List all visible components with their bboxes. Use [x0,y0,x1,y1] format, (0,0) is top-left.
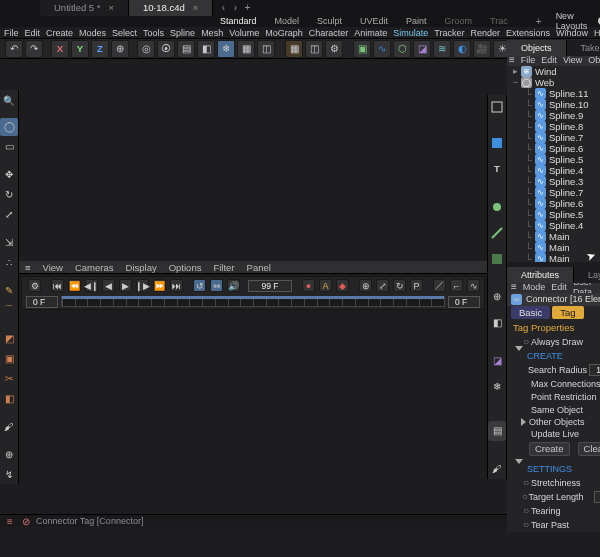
world-axis-icon[interactable]: ⊕ [111,40,129,58]
tree-expand-icon[interactable]: − [511,76,520,88]
other-objects-expand-icon[interactable] [521,418,526,426]
tl-key-scl-icon[interactable]: ⤢ [376,279,389,292]
status-warning-icon[interactable]: ≡ [4,515,16,527]
object-name[interactable]: Main [549,231,600,242]
object-name[interactable]: Wind [535,66,600,77]
tree-expand-icon[interactable]: ▸ [511,66,520,78]
asset-mode-icon[interactable]: ▤ [488,421,506,441]
menu-item[interactable]: Animate [354,28,387,38]
snap-icon[interactable]: ❄ [488,377,506,397]
objects-menu-item[interactable]: Object [588,55,600,65]
object-row[interactable]: └∿Spline.5✓ [507,209,600,220]
edge-mode-icon[interactable] [488,223,506,243]
layout-plus-icon[interactable]: + [536,15,542,27]
object-name[interactable]: Spline.5 [549,209,600,220]
tl-autokey-icon[interactable]: A [319,279,332,292]
objects-menu-item[interactable]: File [521,55,536,65]
search-icon[interactable]: 🔍 [0,92,18,110]
snap-mode-icon[interactable]: ◎ [137,40,155,58]
layout-item[interactable]: Model [275,16,300,26]
object-name[interactable]: Spline.11 [549,88,600,99]
object-row[interactable]: ▸≋Wind✓ [507,66,600,77]
attr-menu-mode[interactable]: Mode [523,282,546,292]
reset-psr-icon[interactable]: ↯ [0,466,18,484]
tl-options-icon[interactable]: ⚙ [28,279,41,292]
object-tree[interactable]: ▸≋Wind✓−◯Web✓└∿Spline.11✓└∿Spline.10✓└∿S… [507,66,600,262]
deformer-icon[interactable]: ◪ [413,40,431,58]
tl-loop-icon[interactable]: ↺ [193,279,206,292]
objects-tab[interactable]: Objects [507,40,567,56]
doc-tab[interactable]: Untitled 5 *× [40,0,129,16]
menu-item[interactable]: Tracker [434,28,464,38]
axis-mode-icon[interactable]: ⊕ [488,287,506,307]
object-row[interactable]: └∿Spline.7✓ [507,187,600,198]
tlen-anim-icon[interactable]: ○ [521,491,528,503]
undo-icon[interactable]: ↶ [5,40,23,58]
object-row[interactable]: └∿Spline.11✓ [507,88,600,99]
text-mode-icon[interactable]: T [488,159,506,179]
render-view-icon[interactable]: ▦ [285,40,303,58]
menu-item[interactable]: Edit [25,28,41,38]
layout-item[interactable]: Trac [490,16,508,26]
make-editable-icon[interactable] [488,97,506,117]
menu-item[interactable]: File [4,28,19,38]
tl-frame-field[interactable]: 99 F [248,280,292,292]
layout-item[interactable]: Standard [220,16,257,26]
tl-linear-icon[interactable]: ／ [433,279,446,292]
rect-select-icon[interactable]: ▭ [0,138,18,156]
knife-icon[interactable]: ✂ [0,370,18,388]
tl-keyframe-icon[interactable]: ◆ [336,279,349,292]
axis-center-icon[interactable]: ⊕ [0,446,18,464]
scale-tool-icon[interactable]: ⤢ [0,206,18,224]
object-row[interactable]: └∿Spline.7✓ [507,132,600,143]
attr-tab-basic[interactable]: Basic [511,306,550,319]
menu-item[interactable]: Volume [229,28,259,38]
objects-tab[interactable]: Takes [567,40,600,56]
tl-key-param-icon[interactable]: P [410,279,423,292]
tl-play-fwd-icon[interactable]: ▶ [119,279,132,292]
tl-step-back-icon[interactable]: ◀❙ [85,279,98,292]
xray-icon[interactable]: ◪ [488,351,506,371]
primitive-cube-icon[interactable]: ▣ [353,40,371,58]
tl-step-back-key-icon[interactable]: ⏪ [68,279,81,292]
attributes-tab[interactable]: Layers [574,267,600,283]
scene-icon[interactable]: ◐ [453,40,471,58]
place-tool-icon[interactable]: ⇲ [0,234,18,252]
object-name[interactable]: Spline.6 [549,143,600,154]
object-name[interactable]: Spline.5 [549,154,600,165]
viewport-menu-item[interactable]: Options [163,262,208,273]
viewport-menu-item[interactable]: View [37,262,69,273]
object-name[interactable]: Spline.7 [549,132,600,143]
poly-mode-icon[interactable] [488,249,506,269]
create-section-header[interactable]: CREATE [507,349,600,363]
tl-to-end-icon[interactable]: ⏭ [170,279,183,292]
tl-key-rot-icon[interactable]: ↻ [393,279,406,292]
close-icon[interactable]: × [108,2,114,13]
live-selection-icon[interactable]: ◯ [0,118,18,136]
menu-item[interactable]: Extensions [506,28,550,38]
object-name[interactable]: Web [535,77,600,88]
menu-item[interactable]: Mesh [201,28,223,38]
viewport-solo-icon[interactable]: ◧ [488,313,506,333]
add-tab-icon[interactable]: + [241,2,253,14]
object-name[interactable]: Spline.6 [549,198,600,209]
clear-button[interactable]: Clear [578,442,600,456]
point-mode-icon[interactable] [488,197,506,217]
object-name[interactable]: Spline.10 [549,99,600,110]
attributes-tab[interactable]: Attributes [507,267,574,283]
tl-curve-icon[interactable]: ∿ [467,279,480,292]
object-name[interactable]: Spline.8 [549,121,600,132]
spline-arc-icon[interactable]: ⌒ [0,302,18,320]
object-row[interactable]: └∿Spline.6✓ [507,198,600,209]
menu-item[interactable]: Spline [170,28,195,38]
scatter-tool-icon[interactable]: ∴ [0,254,18,272]
object-name[interactable]: Spline.4 [549,220,600,231]
brush-tool-icon[interactable]: 🖌 [0,418,18,436]
object-row[interactable]: └∿Spline.9✓ [507,110,600,121]
viewport-menu-item[interactable]: Cameras [69,262,120,273]
layout-item[interactable]: Paint [406,16,427,26]
menu-item[interactable]: Window [556,28,588,38]
extrude-icon[interactable]: ▣ [0,350,18,368]
menu-item[interactable]: MoGraph [265,28,303,38]
prev-tab-icon[interactable]: ‹ [217,2,229,14]
